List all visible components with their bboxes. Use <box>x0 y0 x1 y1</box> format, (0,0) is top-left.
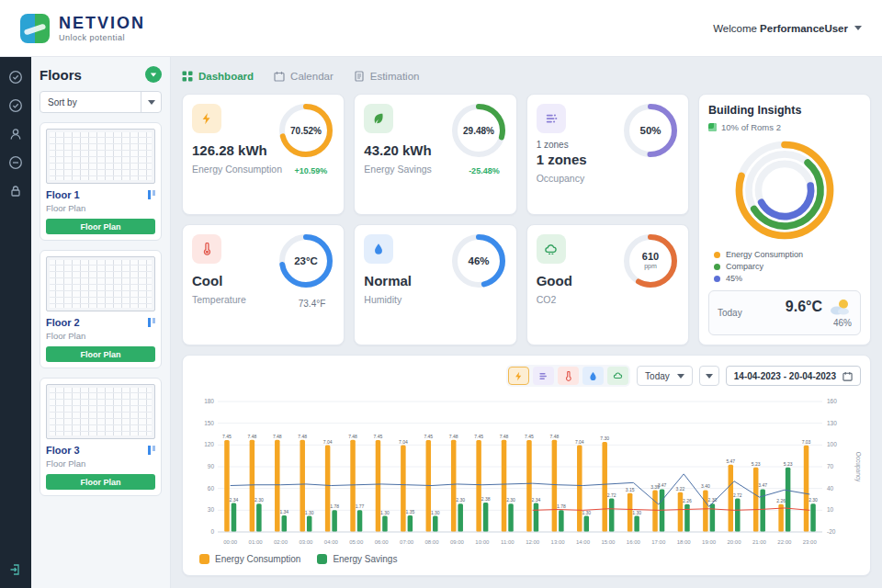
svg-text:90: 90 <box>208 463 215 469</box>
insights-subtitle: 10% of Roms 2 <box>721 122 781 132</box>
svg-text:7.48: 7.48 <box>550 434 560 439</box>
check-circle-icon[interactable] <box>8 70 23 85</box>
brand-tagline: Unlock potential <box>59 33 145 42</box>
filter-co2-button[interactable] <box>607 367 628 385</box>
floor-name: Floor 3 <box>46 445 80 456</box>
calendar-icon <box>274 71 285 82</box>
svg-text:03:00: 03:00 <box>299 539 313 545</box>
svg-text:2.34: 2.34 <box>230 497 239 503</box>
chevron-down-icon <box>854 26 862 30</box>
svg-text:16:00: 16:00 <box>627 539 641 545</box>
username: PerformanceUser <box>760 23 848 34</box>
range-dropdown-button[interactable] <box>699 366 719 386</box>
sort-by-select[interactable]: Sort by <box>40 91 162 113</box>
svg-text:7.48: 7.48 <box>298 434 307 439</box>
svg-text:3.15: 3.15 <box>626 487 635 492</box>
occupancy-list-icon <box>537 104 566 133</box>
floor-plan-thumbnail[interactable] <box>46 129 155 184</box>
floor-card[interactable]: Floor 3 Floor Plan Floor Plan <box>40 378 162 496</box>
svg-text:2.26: 2.26 <box>683 498 692 503</box>
svg-text:13:00: 13:00 <box>551 539 566 545</box>
floor-card[interactable]: Floor 1 Floor Plan Floor Plan <box>40 122 162 241</box>
brand-logo-icon <box>20 14 50 43</box>
filter-occupancy-button[interactable] <box>533 367 554 385</box>
floor-plan-thumbnail[interactable] <box>46 256 155 311</box>
legend-label: Energy Savings <box>333 554 397 564</box>
floors-collapse-button[interactable] <box>145 66 162 83</box>
tab-estimation[interactable]: Estimation <box>354 71 420 82</box>
user-icon[interactable] <box>8 127 23 141</box>
svg-text:12:00: 12:00 <box>526 539 540 545</box>
svg-text:2.26: 2.26 <box>776 498 786 503</box>
svg-text:7.48: 7.48 <box>273 434 282 439</box>
svg-text:610: 610 <box>642 251 659 262</box>
lightning-icon <box>192 104 221 133</box>
tab-dashboard-label: Dashboard <box>198 71 254 82</box>
svg-text:22:00: 22:00 <box>777 539 792 545</box>
filter-energy-button[interactable] <box>508 367 529 385</box>
floor-plan-button[interactable]: Floor Plan <box>46 474 155 490</box>
legend-label: Energy Consumption <box>726 250 803 259</box>
svg-text:2.72: 2.72 <box>607 492 616 498</box>
svg-text:2.38: 2.38 <box>481 496 491 502</box>
sort-by-label: Sort by <box>40 97 141 107</box>
check-circle-icon[interactable] <box>8 98 23 113</box>
floor-plan-button[interactable]: Floor Plan <box>46 219 155 234</box>
humidity-donut: 46% <box>450 232 507 293</box>
co2-donut: 610 ppm <box>622 232 679 293</box>
svg-text:180: 180 <box>204 398 214 404</box>
co2-card: 610 ppm Good CO2 <box>526 224 689 345</box>
humidity-card: 46% Normal Humidity <box>354 224 516 345</box>
svg-text:1.34: 1.34 <box>279 509 288 514</box>
floor-plan-thumbnail[interactable] <box>46 384 155 439</box>
date-range-picker[interactable]: 14-04-2023 - 20-04-2023 <box>726 366 861 386</box>
savings-delta: -25.48% <box>469 166 500 175</box>
legend-dot <box>714 264 720 270</box>
range-select[interactable]: Today <box>637 366 693 386</box>
svg-text:2.72: 2.72 <box>733 492 742 498</box>
svg-text:3.47: 3.47 <box>758 482 767 488</box>
svg-text:23:00: 23:00 <box>803 539 818 545</box>
lock-icon[interactable] <box>8 184 23 198</box>
svg-text:15:00: 15:00 <box>601 539 616 545</box>
chart-controls: Today 14-04-2023 - 20-04-2023 <box>192 365 861 387</box>
floor-card[interactable]: Floor 2 Floor Plan Floor Plan <box>40 250 162 368</box>
svg-text:02:00: 02:00 <box>274 539 288 545</box>
energy-bar-chart: 0306090120150180160130100704010-207.452.… <box>192 390 863 548</box>
co2-cloud-icon <box>537 234 566 264</box>
user-menu[interactable]: Welcome PerformanceUser <box>713 23 862 34</box>
svg-text:17:00: 17:00 <box>651 539 666 545</box>
svg-text:7.45: 7.45 <box>474 434 483 439</box>
today-humidity: 46% <box>786 318 852 328</box>
logout-icon[interactable] <box>8 562 23 577</box>
svg-text:05:00: 05:00 <box>349 539 364 545</box>
chart-legend: Energy Consumption Energy Savings <box>199 554 861 564</box>
tab-calendar[interactable]: Calendar <box>274 71 334 82</box>
svg-text:46%: 46% <box>468 255 489 266</box>
humidity-label: Humidity <box>364 294 506 305</box>
svg-text:2.30: 2.30 <box>506 497 515 503</box>
floors-title: Floors <box>40 67 82 83</box>
svg-text:-20: -20 <box>827 528 836 535</box>
floor-subtitle: Floor Plan <box>46 203 155 213</box>
svg-text:70.52%: 70.52% <box>290 126 322 136</box>
svg-text:10: 10 <box>827 506 834 513</box>
minus-circle-icon[interactable] <box>8 155 23 170</box>
tab-calendar-label: Calendar <box>290 71 334 82</box>
insights-radial-chart <box>729 134 841 246</box>
svg-text:130: 130 <box>827 420 837 426</box>
tab-dashboard[interactable]: Dashboard <box>182 71 254 82</box>
floor-plan-button[interactable]: Floor Plan <box>46 346 155 362</box>
welcome-text: Welcome PerformanceUser <box>713 23 848 34</box>
filter-temperature-button[interactable] <box>558 367 579 385</box>
svg-text:14:00: 14:00 <box>576 539 591 545</box>
svg-text:ppm: ppm <box>644 263 657 270</box>
svg-text:2.34: 2.34 <box>532 497 541 503</box>
chevron-down-icon[interactable] <box>141 92 161 112</box>
svg-text:09:00: 09:00 <box>450 539 465 545</box>
svg-text:7.45: 7.45 <box>424 434 433 439</box>
svg-text:40: 40 <box>827 485 834 492</box>
svg-text:29.48%: 29.48% <box>463 126 494 136</box>
chevron-down-icon <box>677 374 684 379</box>
filter-humidity-button[interactable] <box>582 367 604 385</box>
